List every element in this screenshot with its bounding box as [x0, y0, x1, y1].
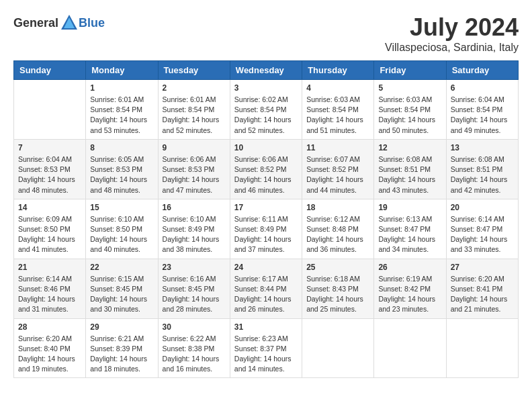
- calendar-cell: [374, 318, 446, 378]
- calendar-cell: 13Sunrise: 6:08 AMSunset: 8:51 PMDayligh…: [446, 139, 518, 199]
- calendar-cell: 25Sunrise: 6:18 AMSunset: 8:43 PMDayligh…: [302, 259, 374, 318]
- day-info: Sunrise: 6:10 AMSunset: 8:49 PMDaylight:…: [163, 214, 226, 255]
- day-info: Sunrise: 6:04 AMSunset: 8:53 PMDaylight:…: [18, 154, 81, 195]
- day-number: 2: [163, 83, 226, 93]
- weekday-header-row: SundayMondayTuesdayWednesdayThursdayFrid…: [14, 61, 519, 80]
- day-info: Sunrise: 6:14 AMSunset: 8:47 PMDaylight:…: [451, 214, 514, 255]
- day-number: 16: [163, 203, 226, 212]
- day-number: 17: [234, 203, 298, 212]
- calendar-cell: 27Sunrise: 6:20 AMSunset: 8:41 PMDayligh…: [446, 259, 518, 318]
- day-info: Sunrise: 6:10 AMSunset: 8:50 PMDaylight:…: [90, 214, 153, 255]
- logo-icon: [60, 13, 79, 32]
- weekday-header-saturday: Saturday: [446, 61, 518, 80]
- location-title: Villaspeciosa, Sardinia, Italy: [385, 42, 519, 54]
- day-number: 9: [163, 143, 226, 152]
- calendar-cell: 31Sunrise: 6:23 AMSunset: 8:37 PMDayligh…: [230, 318, 302, 378]
- day-info: Sunrise: 6:08 AMSunset: 8:51 PMDaylight:…: [451, 154, 514, 195]
- day-number: 27: [451, 263, 514, 272]
- day-number: 7: [18, 143, 81, 152]
- week-row-5: 28Sunrise: 6:20 AMSunset: 8:40 PMDayligh…: [14, 318, 519, 378]
- day-number: 30: [163, 322, 226, 332]
- day-info: Sunrise: 6:09 AMSunset: 8:50 PMDaylight:…: [18, 214, 81, 255]
- day-number: 20: [451, 203, 514, 212]
- week-row-1: 1Sunrise: 6:01 AMSunset: 8:54 PMDaylight…: [14, 80, 519, 140]
- calendar-cell: 24Sunrise: 6:17 AMSunset: 8:44 PMDayligh…: [230, 259, 302, 318]
- calendar-cell: 1Sunrise: 6:01 AMSunset: 8:54 PMDaylight…: [86, 80, 158, 140]
- calendar-cell: 5Sunrise: 6:03 AMSunset: 8:54 PMDaylight…: [374, 80, 446, 140]
- day-info: Sunrise: 6:12 AMSunset: 8:48 PMDaylight:…: [306, 214, 369, 255]
- calendar-cell: 3Sunrise: 6:02 AMSunset: 8:54 PMDaylight…: [230, 80, 302, 140]
- day-info: Sunrise: 6:06 AMSunset: 8:53 PMDaylight:…: [163, 154, 226, 195]
- week-row-2: 7Sunrise: 6:04 AMSunset: 8:53 PMDaylight…: [14, 139, 519, 199]
- calendar-cell: 6Sunrise: 6:04 AMSunset: 8:54 PMDaylight…: [446, 80, 518, 140]
- day-info: Sunrise: 6:15 AMSunset: 8:45 PMDaylight:…: [90, 274, 153, 315]
- day-info: Sunrise: 6:03 AMSunset: 8:54 PMDaylight:…: [306, 95, 369, 136]
- day-number: 15: [90, 203, 153, 212]
- day-info: Sunrise: 6:01 AMSunset: 8:54 PMDaylight:…: [163, 95, 226, 136]
- day-number: 25: [306, 263, 369, 272]
- day-info: Sunrise: 6:18 AMSunset: 8:43 PMDaylight:…: [306, 274, 369, 315]
- day-number: 10: [234, 143, 298, 152]
- day-info: Sunrise: 6:21 AMSunset: 8:39 PMDaylight:…: [90, 334, 153, 375]
- day-number: 14: [18, 203, 81, 212]
- weekday-header-sunday: Sunday: [14, 61, 86, 80]
- calendar-cell: [446, 318, 518, 378]
- logo-general-text: General: [13, 16, 58, 30]
- day-number: 8: [90, 143, 153, 152]
- weekday-header-monday: Monday: [86, 61, 158, 80]
- calendar-cell: 2Sunrise: 6:01 AMSunset: 8:54 PMDaylight…: [158, 80, 230, 140]
- calendar-cell: 26Sunrise: 6:19 AMSunset: 8:42 PMDayligh…: [374, 259, 446, 318]
- calendar-cell: 20Sunrise: 6:14 AMSunset: 8:47 PMDayligh…: [446, 199, 518, 259]
- day-number: 5: [378, 83, 441, 93]
- day-info: Sunrise: 6:04 AMSunset: 8:54 PMDaylight:…: [451, 95, 514, 136]
- calendar-cell: 23Sunrise: 6:16 AMSunset: 8:45 PMDayligh…: [158, 259, 230, 318]
- day-info: Sunrise: 6:14 AMSunset: 8:46 PMDaylight:…: [18, 274, 81, 315]
- day-number: 1: [90, 83, 153, 93]
- day-info: Sunrise: 6:23 AMSunset: 8:37 PMDaylight:…: [234, 334, 298, 375]
- day-number: 26: [378, 263, 441, 272]
- day-number: 12: [378, 143, 441, 152]
- logo-blue-text: Blue: [79, 16, 105, 30]
- calendar-cell: 22Sunrise: 6:15 AMSunset: 8:45 PMDayligh…: [86, 259, 158, 318]
- day-number: 6: [451, 83, 514, 93]
- calendar-cell: 21Sunrise: 6:14 AMSunset: 8:46 PMDayligh…: [14, 259, 86, 318]
- weekday-header-friday: Friday: [374, 61, 446, 80]
- calendar-cell: 9Sunrise: 6:06 AMSunset: 8:53 PMDaylight…: [158, 139, 230, 199]
- calendar-cell: 18Sunrise: 6:12 AMSunset: 8:48 PMDayligh…: [302, 199, 374, 259]
- day-info: Sunrise: 6:13 AMSunset: 8:47 PMDaylight:…: [378, 214, 441, 255]
- calendar-cell: 17Sunrise: 6:11 AMSunset: 8:49 PMDayligh…: [230, 199, 302, 259]
- logo: General Blue: [13, 13, 105, 32]
- calendar-cell: [302, 318, 374, 378]
- day-info: Sunrise: 6:01 AMSunset: 8:54 PMDaylight:…: [90, 95, 153, 136]
- day-info: Sunrise: 6:19 AMSunset: 8:42 PMDaylight:…: [378, 274, 441, 315]
- day-number: 19: [378, 203, 441, 212]
- title-area: July 2024 Villaspeciosa, Sardinia, Italy: [385, 13, 519, 54]
- week-row-4: 21Sunrise: 6:14 AMSunset: 8:46 PMDayligh…: [14, 259, 519, 318]
- day-info: Sunrise: 6:02 AMSunset: 8:54 PMDaylight:…: [234, 95, 298, 136]
- day-number: 11: [306, 143, 369, 152]
- month-title: July 2024: [385, 13, 519, 42]
- calendar-cell: 16Sunrise: 6:10 AMSunset: 8:49 PMDayligh…: [158, 199, 230, 259]
- day-info: Sunrise: 6:16 AMSunset: 8:45 PMDaylight:…: [163, 274, 226, 315]
- day-info: Sunrise: 6:20 AMSunset: 8:41 PMDaylight:…: [451, 274, 514, 315]
- calendar-cell: 15Sunrise: 6:10 AMSunset: 8:50 PMDayligh…: [86, 199, 158, 259]
- day-number: 3: [234, 83, 298, 93]
- day-info: Sunrise: 6:03 AMSunset: 8:54 PMDaylight:…: [378, 95, 441, 136]
- day-info: Sunrise: 6:22 AMSunset: 8:38 PMDaylight:…: [163, 334, 226, 375]
- calendar-table: SundayMondayTuesdayWednesdayThursdayFrid…: [13, 60, 519, 378]
- weekday-header-wednesday: Wednesday: [230, 61, 302, 80]
- day-number: 31: [234, 322, 298, 332]
- day-info: Sunrise: 6:07 AMSunset: 8:52 PMDaylight:…: [306, 154, 369, 195]
- calendar-cell: 11Sunrise: 6:07 AMSunset: 8:52 PMDayligh…: [302, 139, 374, 199]
- calendar-cell: 4Sunrise: 6:03 AMSunset: 8:54 PMDaylight…: [302, 80, 374, 140]
- day-info: Sunrise: 6:17 AMSunset: 8:44 PMDaylight:…: [234, 274, 298, 315]
- weekday-header-tuesday: Tuesday: [158, 61, 230, 80]
- day-number: 18: [306, 203, 369, 212]
- day-number: 21: [18, 263, 81, 272]
- calendar-cell: 19Sunrise: 6:13 AMSunset: 8:47 PMDayligh…: [374, 199, 446, 259]
- calendar-cell: 30Sunrise: 6:22 AMSunset: 8:38 PMDayligh…: [158, 318, 230, 378]
- day-info: Sunrise: 6:20 AMSunset: 8:40 PMDaylight:…: [18, 334, 81, 375]
- day-number: 29: [90, 322, 153, 332]
- day-info: Sunrise: 6:08 AMSunset: 8:51 PMDaylight:…: [378, 154, 441, 195]
- calendar-cell: 12Sunrise: 6:08 AMSunset: 8:51 PMDayligh…: [374, 139, 446, 199]
